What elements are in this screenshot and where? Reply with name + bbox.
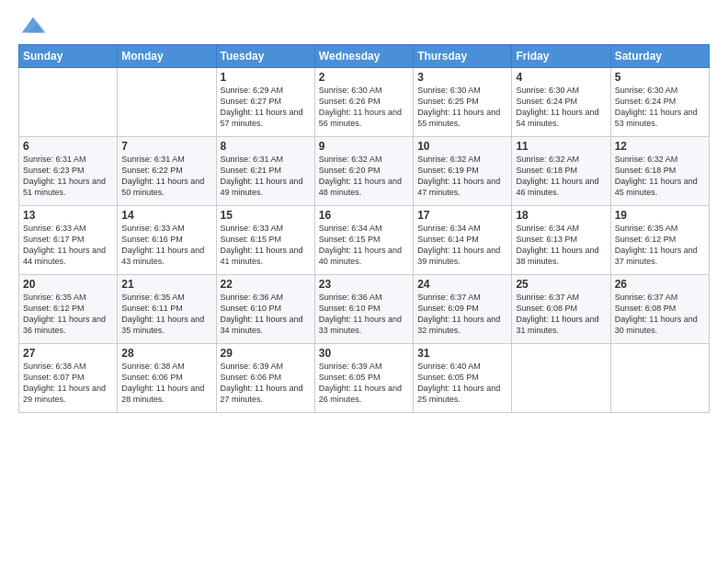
calendar-table: SundayMondayTuesdayWednesdayThursdayFrid… [18,44,710,413]
day-number: 5 [615,71,705,84]
day-number: 12 [615,140,705,153]
calendar-cell: 19Sunrise: 6:35 AM Sunset: 6:12 PM Dayli… [610,206,709,275]
cell-info: Sunrise: 6:33 AM Sunset: 6:15 PM Dayligh… [221,223,311,268]
header-day-saturday: Saturday [610,45,709,68]
day-number: 25 [516,278,606,291]
cell-info: Sunrise: 6:30 AM Sunset: 6:26 PM Dayligh… [319,85,409,130]
page: SundayMondayTuesdayWednesdayThursdayFrid… [0,0,728,563]
day-number: 27 [23,347,113,360]
calendar-cell: 3Sunrise: 6:30 AM Sunset: 6:25 PM Daylig… [414,68,512,137]
calendar-cell: 2Sunrise: 6:30 AM Sunset: 6:26 PM Daylig… [314,68,413,137]
cell-info: Sunrise: 6:32 AM Sunset: 6:19 PM Dayligh… [417,154,507,199]
day-number: 26 [615,278,705,291]
calendar-cell: 7Sunrise: 6:31 AM Sunset: 6:22 PM Daylig… [118,137,216,206]
calendar-cell: 13Sunrise: 6:33 AM Sunset: 6:17 PM Dayli… [19,206,118,275]
calendar-cell: 14Sunrise: 6:33 AM Sunset: 6:16 PM Dayli… [118,206,216,275]
logo [18,15,46,35]
day-number: 18 [516,209,606,222]
day-number: 17 [417,209,507,222]
day-number: 15 [221,209,311,222]
cell-info: Sunrise: 6:39 AM Sunset: 6:05 PM Dayligh… [319,361,409,406]
calendar-cell: 6Sunrise: 6:31 AM Sunset: 6:23 PM Daylig… [19,137,118,206]
cell-info: Sunrise: 6:34 AM Sunset: 6:15 PM Dayligh… [319,223,409,268]
header-day-wednesday: Wednesday [314,45,413,68]
week-row-2: 6Sunrise: 6:31 AM Sunset: 6:23 PM Daylig… [19,137,710,206]
day-number: 24 [417,278,507,291]
cell-info: Sunrise: 6:34 AM Sunset: 6:14 PM Dayligh… [417,223,507,268]
week-row-1: 1Sunrise: 6:29 AM Sunset: 6:27 PM Daylig… [19,68,710,137]
cell-info: Sunrise: 6:37 AM Sunset: 6:08 PM Dayligh… [516,292,606,337]
header-day-friday: Friday [512,45,610,68]
day-number: 13 [23,209,113,222]
calendar-cell: 24Sunrise: 6:37 AM Sunset: 6:09 PM Dayli… [414,275,512,344]
day-number: 14 [121,209,211,222]
cell-info: Sunrise: 6:34 AM Sunset: 6:13 PM Dayligh… [516,223,606,268]
cell-info: Sunrise: 6:32 AM Sunset: 6:18 PM Dayligh… [516,154,606,199]
calendar-cell: 4Sunrise: 6:30 AM Sunset: 6:24 PM Daylig… [512,68,610,137]
calendar-cell: 17Sunrise: 6:34 AM Sunset: 6:14 PM Dayli… [414,206,512,275]
day-number: 22 [221,278,311,291]
day-number: 30 [319,347,409,360]
cell-info: Sunrise: 6:38 AM Sunset: 6:07 PM Dayligh… [23,361,113,406]
calendar-cell: 23Sunrise: 6:36 AM Sunset: 6:10 PM Dayli… [314,275,413,344]
calendar-cell: 30Sunrise: 6:39 AM Sunset: 6:05 PM Dayli… [314,344,413,413]
calendar-cell: 27Sunrise: 6:38 AM Sunset: 6:07 PM Dayli… [19,344,118,413]
calendar-cell: 29Sunrise: 6:39 AM Sunset: 6:06 PM Dayli… [216,344,314,413]
logo-icon [20,15,46,35]
calendar-cell: 11Sunrise: 6:32 AM Sunset: 6:18 PM Dayli… [512,137,610,206]
day-number: 23 [319,278,409,291]
cell-info: Sunrise: 6:33 AM Sunset: 6:16 PM Dayligh… [121,223,211,268]
cell-info: Sunrise: 6:38 AM Sunset: 6:06 PM Dayligh… [121,361,211,406]
day-number: 19 [615,209,705,222]
calendar-cell: 5Sunrise: 6:30 AM Sunset: 6:24 PM Daylig… [610,68,709,137]
cell-info: Sunrise: 6:36 AM Sunset: 6:10 PM Dayligh… [221,292,311,337]
calendar-cell: 31Sunrise: 6:40 AM Sunset: 6:05 PM Dayli… [414,344,512,413]
day-number: 8 [221,140,311,153]
cell-info: Sunrise: 6:39 AM Sunset: 6:06 PM Dayligh… [221,361,311,406]
cell-info: Sunrise: 6:40 AM Sunset: 6:05 PM Dayligh… [417,361,507,406]
calendar-cell: 15Sunrise: 6:33 AM Sunset: 6:15 PM Dayli… [216,206,314,275]
calendar-cell [118,68,216,137]
day-number: 7 [121,140,211,153]
calendar-cell: 8Sunrise: 6:31 AM Sunset: 6:21 PM Daylig… [216,137,314,206]
header-day-thursday: Thursday [414,45,512,68]
cell-info: Sunrise: 6:32 AM Sunset: 6:20 PM Dayligh… [319,154,409,199]
header [18,15,710,35]
calendar-cell: 9Sunrise: 6:32 AM Sunset: 6:20 PM Daylig… [314,137,413,206]
cell-info: Sunrise: 6:30 AM Sunset: 6:24 PM Dayligh… [615,85,705,130]
calendar-cell: 26Sunrise: 6:37 AM Sunset: 6:08 PM Dayli… [610,275,709,344]
day-number: 10 [417,140,507,153]
cell-info: Sunrise: 6:37 AM Sunset: 6:08 PM Dayligh… [615,292,705,337]
calendar-cell [512,344,610,413]
week-row-3: 13Sunrise: 6:33 AM Sunset: 6:17 PM Dayli… [19,206,710,275]
cell-info: Sunrise: 6:31 AM Sunset: 6:23 PM Dayligh… [23,154,113,199]
day-number: 29 [221,347,311,360]
calendar-cell: 10Sunrise: 6:32 AM Sunset: 6:19 PM Dayli… [414,137,512,206]
week-row-4: 20Sunrise: 6:35 AM Sunset: 6:12 PM Dayli… [19,275,710,344]
calendar-cell: 1Sunrise: 6:29 AM Sunset: 6:27 PM Daylig… [216,68,314,137]
calendar-cell: 21Sunrise: 6:35 AM Sunset: 6:11 PM Dayli… [118,275,216,344]
calendar-cell [610,344,709,413]
header-day-sunday: Sunday [19,45,118,68]
cell-info: Sunrise: 6:30 AM Sunset: 6:25 PM Dayligh… [417,85,507,130]
cell-info: Sunrise: 6:36 AM Sunset: 6:10 PM Dayligh… [319,292,409,337]
calendar-cell: 25Sunrise: 6:37 AM Sunset: 6:08 PM Dayli… [512,275,610,344]
cell-info: Sunrise: 6:33 AM Sunset: 6:17 PM Dayligh… [23,223,113,268]
header-day-tuesday: Tuesday [216,45,314,68]
cell-info: Sunrise: 6:37 AM Sunset: 6:09 PM Dayligh… [417,292,507,337]
day-number: 1 [221,71,311,84]
day-number: 20 [23,278,113,291]
calendar-cell: 20Sunrise: 6:35 AM Sunset: 6:12 PM Dayli… [19,275,118,344]
day-number: 16 [319,209,409,222]
cell-info: Sunrise: 6:31 AM Sunset: 6:21 PM Dayligh… [221,154,311,199]
day-number: 11 [516,140,606,153]
week-row-5: 27Sunrise: 6:38 AM Sunset: 6:07 PM Dayli… [19,344,710,413]
day-number: 9 [319,140,409,153]
calendar-cell: 18Sunrise: 6:34 AM Sunset: 6:13 PM Dayli… [512,206,610,275]
cell-info: Sunrise: 6:32 AM Sunset: 6:18 PM Dayligh… [615,154,705,199]
day-number: 4 [516,71,606,84]
day-number: 28 [121,347,211,360]
day-number: 2 [319,71,409,84]
day-number: 31 [417,347,507,360]
day-number: 21 [121,278,211,291]
